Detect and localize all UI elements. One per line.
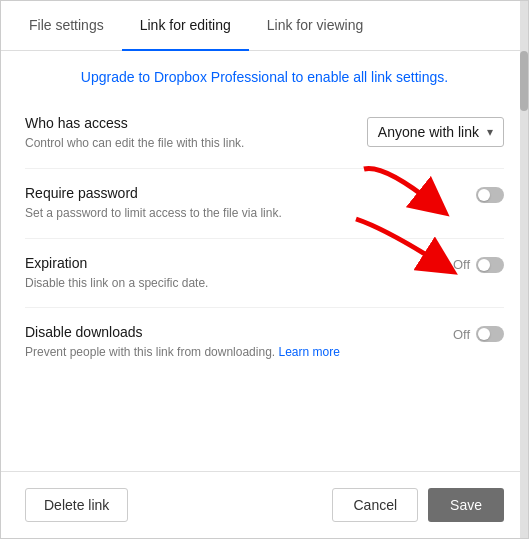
dropdown-value: Anyone with link (378, 124, 479, 140)
section-title-disable-downloads: Disable downloads (25, 324, 364, 340)
who-has-access-dropdown[interactable]: Anyone with link ▾ (367, 117, 504, 147)
scrollbar-thumb[interactable] (520, 51, 528, 111)
toggle-wrap-disable-downloads: Off (453, 326, 504, 342)
toggle-label-expiration: Off (453, 257, 470, 272)
section-control-disable-downloads: Off (384, 324, 504, 342)
section-control-require-password (384, 185, 504, 203)
section-text-expiration: Expiration Disable this link on a specif… (25, 255, 384, 292)
section-title-who-has-access: Who has access (25, 115, 347, 131)
save-button[interactable]: Save (428, 488, 504, 522)
section-require-password: Require password Set a password to limit… (25, 169, 504, 239)
section-who-has-access: Who has access Control who can edit the … (25, 99, 504, 169)
scrollbar[interactable] (520, 1, 528, 538)
tab-file-settings[interactable]: File settings (11, 1, 122, 51)
section-control-who-has-access: Anyone with link ▾ (367, 115, 504, 147)
footer: Delete link Cancel Save (1, 471, 528, 538)
toggle-disable-downloads[interactable] (476, 326, 504, 342)
section-text-who-has-access: Who has access Control who can edit the … (25, 115, 367, 152)
tab-link-for-editing[interactable]: Link for editing (122, 1, 249, 51)
section-text-disable-downloads: Disable downloads Prevent people with th… (25, 324, 384, 361)
section-disable-downloads: Disable downloads Prevent people with th… (25, 308, 504, 377)
section-title-expiration: Expiration (25, 255, 364, 271)
section-control-expiration: Off (384, 255, 504, 273)
tab-link-for-viewing[interactable]: Link for viewing (249, 1, 382, 51)
section-desc-text-disable-downloads: Prevent people with this link from downl… (25, 345, 278, 359)
toggle-expiration[interactable] (476, 257, 504, 273)
delete-link-button[interactable]: Delete link (25, 488, 128, 522)
content-area: Upgrade to Dropbox Professional to enabl… (1, 51, 528, 471)
upgrade-banner[interactable]: Upgrade to Dropbox Professional to enabl… (25, 51, 504, 99)
section-text-require-password: Require password Set a password to limit… (25, 185, 384, 222)
cancel-button[interactable]: Cancel (332, 488, 418, 522)
footer-right: Cancel Save (332, 488, 504, 522)
learn-more-link[interactable]: Learn more (278, 345, 339, 359)
toggle-wrap-expiration: Off (453, 257, 504, 273)
tabs-bar: File settings Link for editing Link for … (1, 1, 528, 51)
chevron-down-icon: ▾ (487, 125, 493, 139)
dialog: File settings Link for editing Link for … (0, 0, 529, 539)
section-expiration: Expiration Disable this link on a specif… (25, 239, 504, 309)
section-desc-require-password: Set a password to limit access to the fi… (25, 205, 364, 222)
section-desc-expiration: Disable this link on a specific date. (25, 275, 364, 292)
toggle-label-disable-downloads: Off (453, 327, 470, 342)
section-desc-disable-downloads: Prevent people with this link from downl… (25, 344, 364, 361)
toggle-wrap-require-password (476, 187, 504, 203)
section-desc-who-has-access: Control who can edit the file with this … (25, 135, 347, 152)
toggle-require-password[interactable] (476, 187, 504, 203)
section-title-require-password: Require password (25, 185, 364, 201)
